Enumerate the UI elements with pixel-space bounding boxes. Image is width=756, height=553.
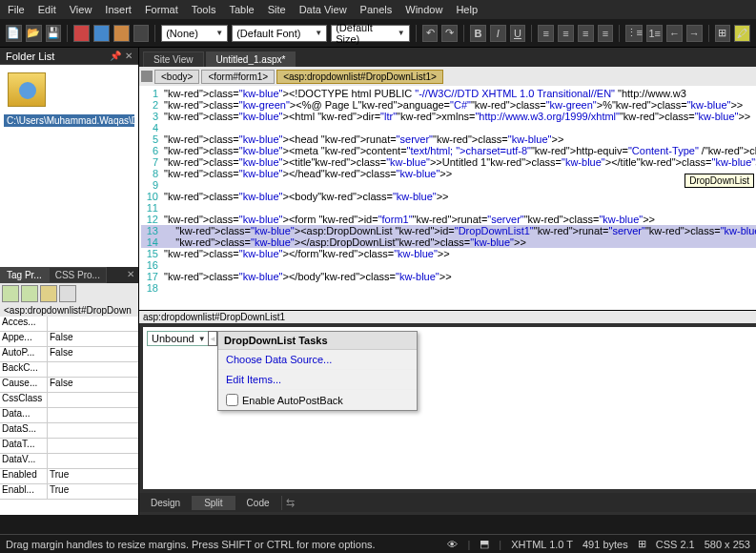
breadcrumb-form[interactable]: <form#form1> xyxy=(201,70,275,84)
code-line[interactable]: 17"kw-red">class="kw-blue"></body"kw-red… xyxy=(141,271,756,282)
view-tab-code[interactable]: Code xyxy=(235,496,282,510)
code-editor[interactable]: 1"kw-red">class="kw-blue"><!DOCTYPE html… xyxy=(139,86,756,310)
italic-button[interactable]: I xyxy=(490,25,506,42)
align-justify-button[interactable]: ≡ xyxy=(598,25,614,42)
property-value[interactable]: False xyxy=(48,347,138,361)
list-numbers-button[interactable]: 1≡ xyxy=(646,25,663,42)
tab-tag-properties[interactable]: Tag Pr... xyxy=(0,267,49,283)
property-row[interactable]: Data... xyxy=(0,408,138,423)
property-row[interactable]: DataS... xyxy=(0,423,138,439)
property-row[interactable]: DataT... xyxy=(0,439,138,454)
status-std-icon[interactable]: ⊞ xyxy=(638,538,646,550)
folder-list-close-icon[interactable]: ✕ xyxy=(125,51,133,61)
code-line[interactable]: 5"kw-red">class="kw-blue"><head "kw-red"… xyxy=(141,133,756,145)
property-value[interactable] xyxy=(48,317,138,331)
new-button[interactable]: 📄 xyxy=(6,25,22,42)
menu-tools[interactable]: Tools xyxy=(192,4,216,15)
tagprops-btn-4[interactable] xyxy=(59,285,76,302)
site-folder-icon[interactable] xyxy=(8,72,46,107)
align-left-button[interactable]: ≡ xyxy=(538,25,554,42)
tab-current-file[interactable]: Untitled_1.aspx* xyxy=(206,51,296,67)
smart-tag-arrow[interactable]: ◄ xyxy=(208,331,217,346)
status-xhtml[interactable]: XHTML 1.0 T xyxy=(511,539,573,550)
property-row[interactable]: Acces... xyxy=(0,317,138,332)
property-value[interactable] xyxy=(48,454,138,468)
code-line[interactable]: 12"kw-red">class="kw-blue"><form "kw-red… xyxy=(141,214,756,225)
code-line[interactable]: 1"kw-red">class="kw-blue"><!DOCTYPE html… xyxy=(141,88,756,99)
tagprops-btn-2[interactable] xyxy=(21,285,38,302)
highlight-button[interactable]: 🖍 xyxy=(734,25,750,42)
property-value[interactable] xyxy=(48,423,138,438)
code-line[interactable]: 16 xyxy=(141,259,756,271)
breadcrumb-nav-icon[interactable] xyxy=(141,71,153,82)
breadcrumb-dropdownlist[interactable]: <asp:dropdownlist#DropDownList1> xyxy=(276,70,443,84)
task-edit-items[interactable]: Edit Items... xyxy=(218,370,417,390)
redo-button[interactable]: ↷ xyxy=(441,25,458,42)
code-line[interactable]: 8"kw-red">class="kw-blue"></head"kw-red"… xyxy=(141,168,756,179)
menu-format[interactable]: Format xyxy=(145,4,178,15)
property-value[interactable] xyxy=(48,408,138,422)
code-line[interactable]: 11 xyxy=(141,202,756,214)
toolbar-icon-d[interactable] xyxy=(133,25,150,42)
toolbar-icon-c[interactable] xyxy=(113,25,130,42)
view-tab-split[interactable]: Split xyxy=(193,496,235,510)
undo-button[interactable]: ↶ xyxy=(422,25,439,42)
dropdownlist-control[interactable]: Unbound ▼ xyxy=(147,331,211,346)
menu-edit[interactable]: Edit xyxy=(38,4,56,15)
menu-file[interactable]: File xyxy=(8,4,25,15)
tagprops-btn-3[interactable] xyxy=(40,285,57,302)
list-bullets-button[interactable]: ⋮≡ xyxy=(625,25,643,42)
tab-css-properties[interactable]: CSS Pro... xyxy=(49,267,107,283)
code-line[interactable]: 3"kw-red">class="kw-blue"><html "kw-red"… xyxy=(141,111,756,122)
property-row[interactable]: Cause...False xyxy=(0,378,138,393)
property-row[interactable]: EnabledTrue xyxy=(0,469,138,484)
folder-list-pin-icon[interactable]: 📌 xyxy=(110,51,121,61)
outdent-button[interactable]: ← xyxy=(666,25,683,42)
style-selector[interactable]: (None)▼ xyxy=(161,25,228,42)
size-selector[interactable]: (Default Size)▼ xyxy=(331,25,410,42)
code-line[interactable]: 6"kw-red">class="kw-blue"><meta "kw-red"… xyxy=(141,145,756,156)
property-row[interactable]: CssClass xyxy=(0,393,138,408)
font-selector[interactable]: (Default Font)▼ xyxy=(232,25,327,42)
bold-button[interactable]: B xyxy=(470,25,486,42)
breadcrumb-body[interactable]: <body> xyxy=(154,70,199,84)
borders-button[interactable]: ⊞ xyxy=(715,25,731,42)
property-row[interactable]: Enabl...True xyxy=(0,484,138,500)
autopostback-checkbox[interactable] xyxy=(226,394,238,406)
code-line[interactable]: 13 "kw-red">class="kw-blue"><asp:DropDow… xyxy=(141,225,756,236)
property-row[interactable]: AutoP...False xyxy=(0,347,138,362)
menu-insert[interactable]: Insert xyxy=(105,4,132,15)
design-breadcrumb[interactable]: asp:dropdownlist#DropDownList1 xyxy=(139,311,756,323)
tagprops-close-icon[interactable]: ✕ xyxy=(123,267,138,283)
underline-button[interactable]: U xyxy=(510,25,526,42)
code-line[interactable]: 15"kw-red">class="kw-blue"></form"kw-red… xyxy=(141,248,756,259)
property-row[interactable]: Appe...False xyxy=(0,332,138,347)
toolbar-icon-a[interactable] xyxy=(73,25,90,42)
menu-site[interactable]: Site xyxy=(268,4,286,15)
view-tab-design[interactable]: Design xyxy=(139,496,193,510)
indent-button[interactable]: → xyxy=(686,25,703,42)
task-choose-datasource[interactable]: Choose Data Source... xyxy=(218,350,417,370)
menu-panels[interactable]: Panels xyxy=(360,4,393,15)
code-line[interactable]: 4 xyxy=(141,122,756,133)
status-mode-icon[interactable]: ⬒ xyxy=(480,538,489,550)
property-value[interactable]: True xyxy=(48,469,138,483)
property-value[interactable]: False xyxy=(48,332,138,346)
tab-site-view[interactable]: Site View xyxy=(143,51,204,67)
code-line[interactable]: 2"kw-red">class="kw-green"><%@ Page L"kw… xyxy=(141,99,756,111)
align-center-button[interactable]: ≡ xyxy=(558,25,574,42)
menu-help[interactable]: Help xyxy=(456,4,478,15)
save-button[interactable]: 💾 xyxy=(46,25,62,42)
menu-dataview[interactable]: Data View xyxy=(299,4,347,15)
code-line[interactable]: 9 xyxy=(141,179,756,191)
status-visual-aids-icon[interactable]: 👁 xyxy=(447,539,458,550)
menu-window[interactable]: Window xyxy=(405,4,442,15)
property-value[interactable]: True xyxy=(48,484,138,499)
property-value[interactable] xyxy=(48,439,138,453)
code-line[interactable]: 10"kw-red">class="kw-blue"><body"kw-red"… xyxy=(141,191,756,202)
code-line[interactable]: 7"kw-red">class="kw-blue"><title"kw-red"… xyxy=(141,156,756,168)
property-value[interactable] xyxy=(48,362,138,377)
property-row[interactable]: DataV... xyxy=(0,454,138,469)
toolbar-icon-b[interactable] xyxy=(93,25,110,42)
menu-table[interactable]: Table xyxy=(229,4,254,15)
